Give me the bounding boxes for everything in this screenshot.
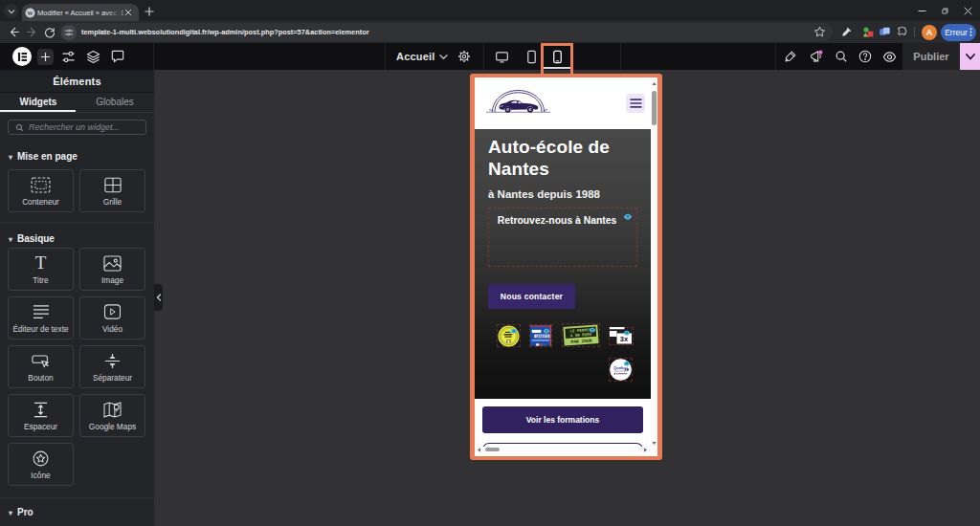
svg-text:3x: 3x [620,335,629,343]
svg-text:GARANTIE: GARANTIE [535,335,548,339]
svg-text:Quali: Quali [613,366,623,370]
svg-text:W: W [28,10,33,15]
